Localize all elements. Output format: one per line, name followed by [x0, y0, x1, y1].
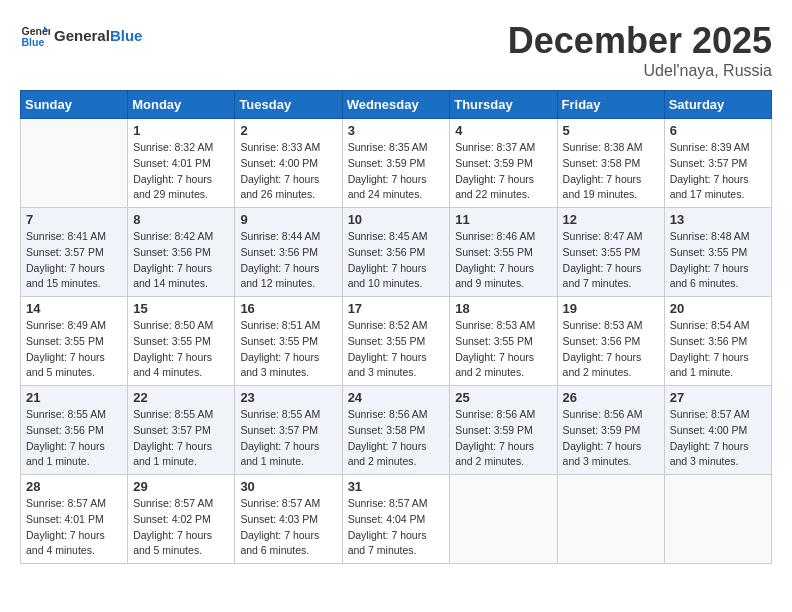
weekday-header-wednesday: Wednesday: [342, 91, 450, 119]
calendar-cell: 6Sunrise: 8:39 AM Sunset: 3:57 PM Daylig…: [664, 119, 771, 208]
calendar-cell: 1Sunrise: 8:32 AM Sunset: 4:01 PM Daylig…: [128, 119, 235, 208]
day-info: Sunrise: 8:50 AM Sunset: 3:55 PM Dayligh…: [133, 318, 229, 381]
day-info: Sunrise: 8:55 AM Sunset: 3:56 PM Dayligh…: [26, 407, 122, 470]
day-info: Sunrise: 8:55 AM Sunset: 3:57 PM Dayligh…: [133, 407, 229, 470]
day-number: 7: [26, 212, 122, 227]
day-info: Sunrise: 8:33 AM Sunset: 4:00 PM Dayligh…: [240, 140, 336, 203]
day-number: 16: [240, 301, 336, 316]
calendar-cell: [664, 475, 771, 564]
day-number: 1: [133, 123, 229, 138]
calendar-cell: 24Sunrise: 8:56 AM Sunset: 3:58 PM Dayli…: [342, 386, 450, 475]
calendar-cell: 28Sunrise: 8:57 AM Sunset: 4:01 PM Dayli…: [21, 475, 128, 564]
calendar-cell: 20Sunrise: 8:54 AM Sunset: 3:56 PM Dayli…: [664, 297, 771, 386]
day-number: 14: [26, 301, 122, 316]
day-info: Sunrise: 8:57 AM Sunset: 4:03 PM Dayligh…: [240, 496, 336, 559]
calendar-cell: 19Sunrise: 8:53 AM Sunset: 3:56 PM Dayli…: [557, 297, 664, 386]
month-title: December 2025: [508, 20, 772, 62]
day-number: 2: [240, 123, 336, 138]
day-info: Sunrise: 8:48 AM Sunset: 3:55 PM Dayligh…: [670, 229, 766, 292]
day-number: 24: [348, 390, 445, 405]
calendar-cell: 14Sunrise: 8:49 AM Sunset: 3:55 PM Dayli…: [21, 297, 128, 386]
calendar-cell: 8Sunrise: 8:42 AM Sunset: 3:56 PM Daylig…: [128, 208, 235, 297]
day-info: Sunrise: 8:51 AM Sunset: 3:55 PM Dayligh…: [240, 318, 336, 381]
calendar-cell: 2Sunrise: 8:33 AM Sunset: 4:00 PM Daylig…: [235, 119, 342, 208]
day-number: 22: [133, 390, 229, 405]
day-info: Sunrise: 8:32 AM Sunset: 4:01 PM Dayligh…: [133, 140, 229, 203]
calendar: SundayMondayTuesdayWednesdayThursdayFrid…: [20, 90, 772, 564]
calendar-cell: [450, 475, 557, 564]
calendar-cell: 22Sunrise: 8:55 AM Sunset: 3:57 PM Dayli…: [128, 386, 235, 475]
day-number: 18: [455, 301, 551, 316]
day-info: Sunrise: 8:57 AM Sunset: 4:02 PM Dayligh…: [133, 496, 229, 559]
day-number: 17: [348, 301, 445, 316]
calendar-cell: 21Sunrise: 8:55 AM Sunset: 3:56 PM Dayli…: [21, 386, 128, 475]
calendar-cell: 4Sunrise: 8:37 AM Sunset: 3:59 PM Daylig…: [450, 119, 557, 208]
day-number: 10: [348, 212, 445, 227]
calendar-cell: 16Sunrise: 8:51 AM Sunset: 3:55 PM Dayli…: [235, 297, 342, 386]
calendar-cell: 11Sunrise: 8:46 AM Sunset: 3:55 PM Dayli…: [450, 208, 557, 297]
day-info: Sunrise: 8:39 AM Sunset: 3:57 PM Dayligh…: [670, 140, 766, 203]
logo-icon: General Blue: [20, 20, 50, 50]
day-info: Sunrise: 8:54 AM Sunset: 3:56 PM Dayligh…: [670, 318, 766, 381]
day-number: 12: [563, 212, 659, 227]
day-info: Sunrise: 8:44 AM Sunset: 3:56 PM Dayligh…: [240, 229, 336, 292]
calendar-cell: 7Sunrise: 8:41 AM Sunset: 3:57 PM Daylig…: [21, 208, 128, 297]
logo: General Blue GeneralBlue: [20, 20, 142, 50]
calendar-cell: 5Sunrise: 8:38 AM Sunset: 3:58 PM Daylig…: [557, 119, 664, 208]
day-number: 30: [240, 479, 336, 494]
calendar-cell: 12Sunrise: 8:47 AM Sunset: 3:55 PM Dayli…: [557, 208, 664, 297]
calendar-cell: 18Sunrise: 8:53 AM Sunset: 3:55 PM Dayli…: [450, 297, 557, 386]
day-number: 19: [563, 301, 659, 316]
week-row-3: 14Sunrise: 8:49 AM Sunset: 3:55 PM Dayli…: [21, 297, 772, 386]
calendar-cell: 25Sunrise: 8:56 AM Sunset: 3:59 PM Dayli…: [450, 386, 557, 475]
day-number: 29: [133, 479, 229, 494]
day-info: Sunrise: 8:47 AM Sunset: 3:55 PM Dayligh…: [563, 229, 659, 292]
weekday-header-friday: Friday: [557, 91, 664, 119]
location-title: Udel'naya, Russia: [508, 62, 772, 80]
day-info: Sunrise: 8:52 AM Sunset: 3:55 PM Dayligh…: [348, 318, 445, 381]
day-number: 6: [670, 123, 766, 138]
day-number: 21: [26, 390, 122, 405]
week-row-1: 1Sunrise: 8:32 AM Sunset: 4:01 PM Daylig…: [21, 119, 772, 208]
week-row-2: 7Sunrise: 8:41 AM Sunset: 3:57 PM Daylig…: [21, 208, 772, 297]
week-row-4: 21Sunrise: 8:55 AM Sunset: 3:56 PM Dayli…: [21, 386, 772, 475]
day-info: Sunrise: 8:46 AM Sunset: 3:55 PM Dayligh…: [455, 229, 551, 292]
calendar-cell: 26Sunrise: 8:56 AM Sunset: 3:59 PM Dayli…: [557, 386, 664, 475]
day-number: 26: [563, 390, 659, 405]
day-info: Sunrise: 8:53 AM Sunset: 3:55 PM Dayligh…: [455, 318, 551, 381]
day-info: Sunrise: 8:49 AM Sunset: 3:55 PM Dayligh…: [26, 318, 122, 381]
day-info: Sunrise: 8:56 AM Sunset: 3:59 PM Dayligh…: [563, 407, 659, 470]
day-info: Sunrise: 8:42 AM Sunset: 3:56 PM Dayligh…: [133, 229, 229, 292]
day-info: Sunrise: 8:56 AM Sunset: 3:58 PM Dayligh…: [348, 407, 445, 470]
day-info: Sunrise: 8:57 AM Sunset: 4:04 PM Dayligh…: [348, 496, 445, 559]
calendar-cell: 13Sunrise: 8:48 AM Sunset: 3:55 PM Dayli…: [664, 208, 771, 297]
header: General Blue GeneralBlue December 2025 U…: [20, 20, 772, 80]
calendar-cell: 27Sunrise: 8:57 AM Sunset: 4:00 PM Dayli…: [664, 386, 771, 475]
day-info: Sunrise: 8:38 AM Sunset: 3:58 PM Dayligh…: [563, 140, 659, 203]
day-info: Sunrise: 8:45 AM Sunset: 3:56 PM Dayligh…: [348, 229, 445, 292]
calendar-cell: 3Sunrise: 8:35 AM Sunset: 3:59 PM Daylig…: [342, 119, 450, 208]
day-number: 15: [133, 301, 229, 316]
weekday-header-tuesday: Tuesday: [235, 91, 342, 119]
day-info: Sunrise: 8:55 AM Sunset: 3:57 PM Dayligh…: [240, 407, 336, 470]
title-area: December 2025 Udel'naya, Russia: [508, 20, 772, 80]
calendar-cell: [21, 119, 128, 208]
day-number: 4: [455, 123, 551, 138]
day-info: Sunrise: 8:56 AM Sunset: 3:59 PM Dayligh…: [455, 407, 551, 470]
day-number: 25: [455, 390, 551, 405]
day-number: 5: [563, 123, 659, 138]
logo-text: GeneralBlue: [54, 27, 142, 44]
day-number: 28: [26, 479, 122, 494]
calendar-cell: 30Sunrise: 8:57 AM Sunset: 4:03 PM Dayli…: [235, 475, 342, 564]
day-info: Sunrise: 8:35 AM Sunset: 3:59 PM Dayligh…: [348, 140, 445, 203]
day-number: 3: [348, 123, 445, 138]
day-number: 27: [670, 390, 766, 405]
svg-text:Blue: Blue: [22, 36, 45, 48]
day-number: 13: [670, 212, 766, 227]
calendar-cell: 15Sunrise: 8:50 AM Sunset: 3:55 PM Dayli…: [128, 297, 235, 386]
day-info: Sunrise: 8:57 AM Sunset: 4:00 PM Dayligh…: [670, 407, 766, 470]
week-row-5: 28Sunrise: 8:57 AM Sunset: 4:01 PM Dayli…: [21, 475, 772, 564]
day-info: Sunrise: 8:57 AM Sunset: 4:01 PM Dayligh…: [26, 496, 122, 559]
day-number: 31: [348, 479, 445, 494]
day-number: 11: [455, 212, 551, 227]
